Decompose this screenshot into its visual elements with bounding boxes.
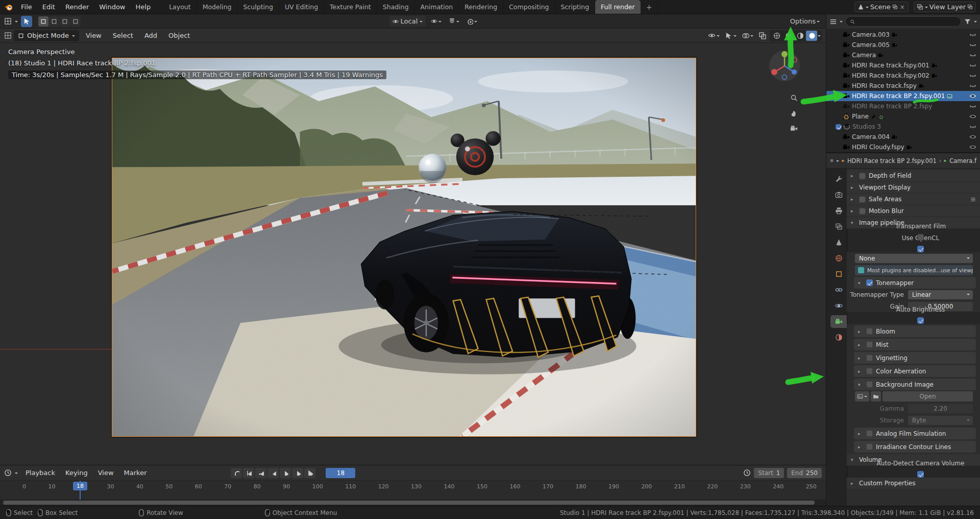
camera-view-icon[interactable]: [788, 123, 799, 134]
timeline-menu-marker[interactable]: Marker: [119, 467, 152, 478]
eye-closed-icon[interactable]: [969, 103, 977, 110]
panel-tonemapper[interactable]: Tonemapper: [854, 277, 976, 289]
menu-file[interactable]: File: [16, 2, 37, 12]
tab-physics[interactable]: [830, 299, 847, 312]
outliner-item-hdri-race-track-fspy-001[interactable]: HDRI Race track.fspy.001: [826, 60, 980, 70]
eye-open-icon[interactable]: [969, 92, 977, 100]
panel-irradiance-contour-lines[interactable]: Irradiance Contour Lines: [854, 441, 976, 453]
outliner-search[interactable]: [845, 16, 961, 27]
breadcrumb-data[interactable]: Camera.f: [949, 157, 976, 164]
proportional-editing-dropdown[interactable]: [464, 16, 479, 27]
open-image-button[interactable]: Open: [883, 391, 973, 402]
panel-custom-properties[interactable]: Custom Properties: [847, 478, 980, 489]
eye-closed-icon[interactable]: [969, 82, 977, 89]
background-image-checkbox[interactable]: [866, 381, 873, 388]
workspace-tab-full-render[interactable]: Full render: [595, 0, 641, 14]
tab-material[interactable]: [830, 331, 847, 344]
menu-help[interactable]: Help: [131, 2, 156, 12]
select-mode-subtract[interactable]: [60, 16, 70, 27]
vignetting-checkbox[interactable]: [866, 355, 873, 361]
use-opencl-checkbox[interactable]: [917, 246, 924, 252]
outliner-editor-icon[interactable]: [829, 18, 837, 26]
outliner-item-camera-003[interactable]: Camera.003: [826, 30, 980, 40]
outliner-item-hdri-race-track-fspy[interactable]: HDRI Race track.fspy: [826, 81, 980, 91]
bloom-checkbox[interactable]: [866, 328, 873, 335]
viewport-menu-object[interactable]: Object: [164, 30, 194, 41]
tab-object[interactable]: [830, 268, 847, 280]
workspace-tab-animation[interactable]: Animation: [415, 0, 459, 14]
storage-dropdown[interactable]: Byte: [908, 416, 973, 425]
select-mode-extend[interactable]: [49, 16, 59, 27]
tab-render[interactable]: [830, 188, 847, 201]
eye-closed-icon[interactable]: [969, 31, 977, 38]
shading-solid-button[interactable]: [782, 31, 794, 41]
shading-rendered-button[interactable]: [806, 31, 817, 41]
tab-scene[interactable]: [830, 236, 847, 249]
new-scene-icon[interactable]: [892, 4, 898, 10]
outliner-item-studios-3[interactable]: Studios 3: [826, 122, 980, 132]
depth-of-field-checkbox[interactable]: [859, 173, 866, 179]
workspace-tab-compositing[interactable]: Compositing: [503, 0, 555, 14]
properties-editor-icon[interactable]: [830, 157, 834, 164]
scrollbar-thumb[interactable]: [3, 501, 815, 505]
mode-dropdown[interactable]: Object Mode: [14, 30, 79, 41]
zoom-view-icon[interactable]: [788, 92, 799, 103]
workspace-tab-texture-paint[interactable]: Texture Paint: [324, 0, 377, 14]
new-view-layer-icon[interactable]: [967, 4, 973, 10]
select-mode-set[interactable]: [38, 16, 48, 27]
jump-to-end-button[interactable]: [304, 468, 315, 478]
outliner-item-camera[interactable]: Camera: [826, 50, 980, 60]
eye-closed-icon[interactable]: [969, 62, 977, 69]
panel-background-image[interactable]: Background Image: [854, 379, 976, 390]
viewport-menu-view[interactable]: View: [81, 30, 106, 41]
snap-dropdown[interactable]: [456, 21, 459, 24]
workspace-tab-modeling[interactable]: Modeling: [197, 0, 238, 14]
image-folder-button[interactable]: [871, 391, 881, 402]
play-button[interactable]: [280, 468, 291, 478]
workspace-tab-layout[interactable]: Layout: [163, 0, 197, 14]
outliner-item-hdri-race-track-fspy-002[interactable]: HDRI Race track.fspy.002: [826, 70, 980, 81]
panel-vignetting[interactable]: Vignetting: [854, 352, 976, 364]
outliner-item-camera-004[interactable]: Camera.004: [826, 132, 980, 142]
tab-constraints[interactable]: [830, 284, 847, 296]
workspace-tab-uv-editing[interactable]: UV Editing: [279, 0, 324, 14]
current-frame-field[interactable]: 18: [326, 468, 355, 478]
gizmos-dropdown[interactable]: [723, 32, 738, 39]
play-reverse-button[interactable]: [267, 468, 279, 478]
workspace-tab-shading[interactable]: Shading: [377, 0, 415, 14]
workspace-tab-scripting[interactable]: Scripting: [555, 0, 596, 14]
panel-bloom[interactable]: Bloom: [854, 325, 976, 337]
outliner-item-plane[interactable]: Plane: [826, 111, 980, 122]
auto-keying-button[interactable]: [231, 468, 242, 478]
menu-render[interactable]: Render: [61, 2, 93, 12]
gamma-field[interactable]: 2.20: [908, 404, 973, 413]
add-workspace-button[interactable]: +: [641, 0, 658, 14]
next-keyframe-button[interactable]: [292, 468, 303, 478]
panel-analog-film-simulation[interactable]: Analog Film Simulation: [854, 428, 976, 439]
motion-blur-checkbox[interactable]: [859, 208, 866, 215]
eye-open-icon[interactable]: [969, 133, 977, 140]
timeline-menu-view[interactable]: View: [93, 467, 118, 478]
menu-edit[interactable]: Edit: [38, 2, 60, 12]
eye-open-icon[interactable]: [969, 144, 977, 151]
analog-film-checkbox[interactable]: [866, 430, 873, 437]
shading-wireframe-button[interactable]: [771, 31, 782, 41]
tab-output[interactable]: [830, 204, 847, 217]
breadcrumb-object[interactable]: HDRI Race track BP 2.fspy.001: [847, 157, 937, 164]
filter-icon[interactable]: [964, 18, 971, 26]
view-layer-selector[interactable]: View Layer: [914, 2, 976, 12]
options-dropdown[interactable]: Options: [788, 16, 822, 27]
active-tool-select-box[interactable]: [21, 16, 32, 27]
panel-viewport-display[interactable]: Viewport Display: [847, 182, 980, 194]
outliner-item-hdri-race-track-bp-2-fspy[interactable]: HDRI Race track BP 2.fspy: [826, 101, 980, 111]
editor-type-icon[interactable]: [4, 17, 12, 25]
timeline-scrollbar[interactable]: [0, 500, 826, 506]
image-browse-dropdown[interactable]: [855, 391, 869, 402]
scene-selector[interactable]: Scene ×: [854, 2, 909, 12]
show-object-types-dropdown[interactable]: [706, 32, 721, 39]
panel-safe-areas[interactable]: Safe Areas: [847, 194, 980, 205]
irradiance-checkbox[interactable]: [866, 443, 873, 450]
tab-view-layer[interactable]: [830, 220, 847, 233]
timeline-menu-keying[interactable]: Keying: [61, 467, 92, 478]
frame-end-field[interactable]: End250: [787, 468, 822, 478]
